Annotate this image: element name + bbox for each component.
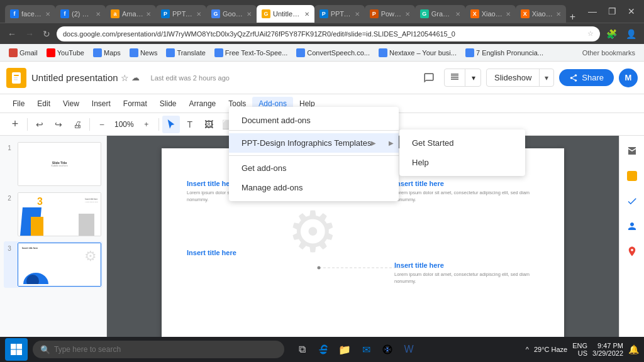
bookmark-gmail[interactable]: Gmail [5, 47, 42, 58]
menu-arrange[interactable]: Arrange [183, 97, 223, 111]
menu-edit[interactable]: Edit [31, 97, 57, 111]
new-tab-button[interactable]: + [566, 11, 579, 23]
taskbar-word-icon[interactable]: W [399, 338, 419, 361]
toolbar-zoom-in-button[interactable]: + [138, 116, 155, 133]
taskbar-right: ^ 29°C Haze ENG US 9:47 PM 3/29/2022 🔔 [526, 342, 639, 357]
toolbar-zoom-out-button[interactable]: – [93, 116, 111, 133]
tab-close[interactable]: ✕ [96, 11, 101, 18]
slideshow-button[interactable]: Slideshow ▾ [486, 69, 554, 87]
tab-close[interactable]: ✕ [556, 11, 561, 18]
addons-ppt-design-item[interactable]: PPT-Design Infographics Templates ▶ [229, 133, 399, 153]
sidebar-explore-button[interactable] [622, 141, 642, 161]
bookmark-news[interactable]: News [126, 47, 162, 58]
tab-close[interactable]: ✕ [455, 11, 460, 18]
bookmark-translate[interactable]: Translate [162, 47, 209, 58]
sidebar-maps-button[interactable] [622, 241, 642, 261]
tab-close-active[interactable]: ✕ [304, 11, 309, 18]
tab-close[interactable]: ✕ [405, 11, 410, 18]
extensions-button[interactable]: 🧩 [604, 28, 619, 40]
tab-close[interactable]: ✕ [196, 11, 201, 18]
menu-file[interactable]: File [6, 97, 31, 111]
menu-format[interactable]: Format [117, 97, 153, 111]
start-button[interactable] [5, 338, 28, 361]
tab-ppt1[interactable]: P PPT-D... ✕ [156, 5, 206, 23]
menu-insert[interactable]: Insert [86, 97, 117, 111]
notification-button[interactable]: 🔔 [628, 344, 639, 354]
search-input[interactable] [54, 345, 277, 354]
slide-right-top-title[interactable]: Insert title here [394, 180, 539, 187]
tab-untitled[interactable]: G Untitled presentation ✕ [257, 5, 314, 23]
view-mode-arrow[interactable]: ▾ [467, 71, 480, 85]
tab-amazon[interactable]: a Amazo... ✕ [106, 5, 156, 23]
tab-facebook[interactable]: f faceboo... ✕ [5, 5, 55, 23]
bookmark-tts[interactable]: Free Text-To-Spee... [211, 47, 291, 58]
comment-button[interactable] [419, 68, 439, 88]
tray-arrow-icon[interactable]: ^ [526, 346, 529, 353]
clock[interactable]: 9:47 PM 3/29/2022 [592, 342, 623, 357]
tab-google[interactable]: G Googl... ✕ [206, 5, 257, 23]
view-mode-toggle[interactable]: ▾ [444, 69, 481, 87]
submenu-get-started-item[interactable]: Get Started [399, 133, 525, 153]
addons-get-addons-item[interactable]: Get add-ons [229, 158, 399, 178]
tab-facebook2[interactable]: f (2) Fac... ✕ [55, 5, 106, 23]
tab-close[interactable]: ✕ [146, 11, 151, 18]
user-avatar[interactable]: M [619, 69, 638, 87]
taskbar-search[interactable]: 🔍 [33, 341, 284, 358]
maximize-button[interactable]: ❐ [604, 5, 620, 18]
bookmark-maps[interactable]: Maps [89, 47, 125, 58]
slide-right-bottom-title[interactable]: Insert title here [394, 261, 539, 269]
sidebar-contacts-button[interactable] [622, 216, 642, 236]
sidebar-tasks-button[interactable] [622, 191, 642, 211]
toolbar-select-button[interactable] [162, 116, 180, 133]
back-button[interactable]: ← [5, 28, 19, 40]
sidebar-chat-button[interactable] [622, 166, 642, 186]
forward-button[interactable]: → [23, 28, 36, 40]
tab-close[interactable]: ✕ [45, 11, 50, 18]
close-button[interactable]: ✕ [624, 5, 639, 18]
addons-manage-addons-item[interactable]: Manage add-ons [229, 178, 399, 197]
tab-xiaomi2[interactable]: X Xiaom... ✕ [516, 5, 566, 23]
tab-ppt2[interactable]: P PPT-D... ✕ [314, 5, 365, 23]
menu-slide[interactable]: Slide [153, 97, 183, 111]
tab-close[interactable]: ✕ [247, 11, 252, 18]
minimize-button[interactable]: — [584, 5, 601, 18]
taskbar-explorer-icon[interactable]: 📁 [335, 338, 355, 361]
slideshow-dropdown-arrow[interactable]: ▾ [540, 70, 553, 86]
slide-preview-1: Slide Title Subtitle text here [18, 142, 101, 186]
menu-view[interactable]: View [57, 97, 86, 111]
tab-grammarly[interactable]: G Gramm... ✕ [415, 5, 465, 23]
bookmark-english[interactable]: 7 English Pronuncia... [462, 47, 547, 58]
other-bookmarks[interactable]: Other bookmarks [579, 48, 639, 58]
tab-xiaomi[interactable]: X Xiaom... ✕ [465, 5, 516, 23]
taskbar-mail-icon[interactable]: ✉ [356, 338, 376, 361]
toolbar-text-button[interactable]: T [181, 116, 199, 133]
tab-power[interactable]: P Power... ✕ [365, 5, 415, 23]
toolbar-redo-button[interactable]: ↪ [50, 116, 67, 133]
bookmark-convert[interactable]: ConvertSpeech.co... [292, 47, 374, 58]
bookmark-youtube[interactable]: YouTube [43, 47, 88, 58]
slide-thumbnail-2[interactable]: 2 3 Insert title hereLorem ipsum dolor [4, 191, 103, 238]
toolbar-add-button[interactable]: + [6, 116, 24, 133]
star-icon[interactable]: ☆ [121, 73, 129, 83]
share-button[interactable]: Share [559, 69, 614, 86]
taskbar-chrome-icon[interactable] [377, 338, 397, 361]
toolbar-image-button[interactable]: 🖼 [200, 116, 218, 133]
bookmark-star-icon[interactable]: ☆ [587, 30, 594, 38]
view-mode-options[interactable] [445, 69, 465, 86]
tab-close[interactable]: ✕ [355, 11, 360, 18]
toolbar-undo-button[interactable]: ↩ [31, 116, 48, 133]
slide-content-right-top: Insert title here Lorem ipsum dolor sit … [394, 180, 539, 203]
taskbar-task-view[interactable]: ⧉ [292, 338, 312, 361]
toolbar-print-button[interactable]: 🖨 [69, 116, 86, 133]
submenu-help-item[interactable]: Help [399, 153, 525, 172]
profile-button[interactable]: 👤 [623, 28, 639, 40]
slideshow-label[interactable]: Slideshow [487, 69, 540, 86]
bookmark-nextaxe[interactable]: Nextaxe – Your busi... [375, 47, 460, 58]
slide-thumbnail-1[interactable]: 1 Slide Title Subtitle text here [4, 141, 103, 187]
tab-close[interactable]: ✕ [506, 11, 511, 18]
slide-thumbnail-3[interactable]: 3 ⚙ Insert title here [4, 241, 103, 288]
address-bar[interactable]: docs.google.com/presentation/d/1lW7ryWMO… [57, 26, 600, 41]
toolbar-zoom-level[interactable]: 100% [112, 119, 136, 130]
reload-button[interactable]: ↻ [40, 28, 53, 40]
taskbar-edge-icon[interactable] [313, 338, 333, 361]
